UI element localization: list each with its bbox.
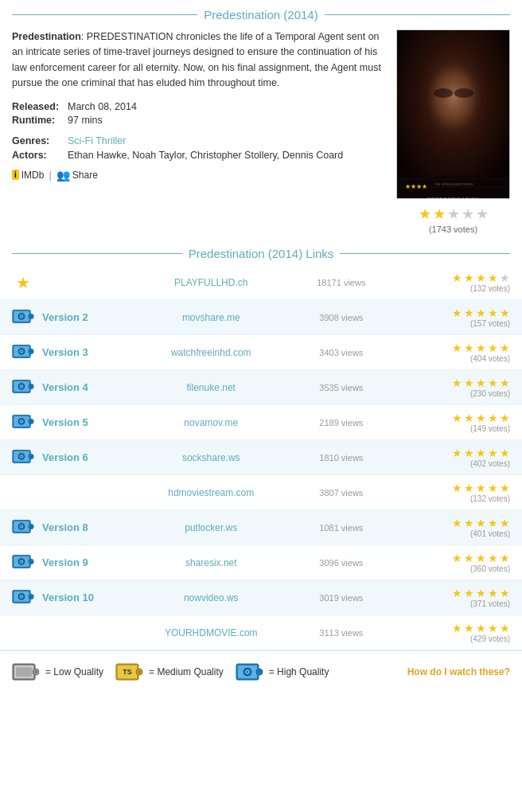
link-star-2[interactable]: ★ <box>464 377 474 389</box>
link-star-3[interactable]: ★ <box>476 517 486 529</box>
link-stars-row[interactable]: ★★★★★ <box>452 622 510 634</box>
link-star-1[interactable]: ★ <box>452 306 462 319</box>
link-star-2[interactable]: ★ <box>464 412 474 424</box>
rating-stars-row[interactable]: ★ ★ ★ ★ ★ <box>419 205 489 223</box>
link-star-5[interactable]: ★ <box>500 552 510 564</box>
link-star-1[interactable]: ★ <box>452 342 462 354</box>
link-stars-row[interactable]: ★★★★★ <box>452 587 510 599</box>
imdb-badge[interactable]: i IMDb <box>12 170 44 181</box>
version-link[interactable]: Version 3 <box>12 343 119 362</box>
link-stars-row[interactable]: ★★★★★ <box>452 412 510 424</box>
link-star-2[interactable]: ★ <box>464 517 474 529</box>
link-star-3[interactable]: ★ <box>476 412 486 424</box>
link-star-2[interactable]: ★ <box>464 587 474 599</box>
link-stars-row[interactable]: ★★★★★ <box>452 271 510 284</box>
link-star-3[interactable]: ★ <box>476 622 486 634</box>
link-star-5[interactable]: ★ <box>500 517 510 529</box>
link-anchor[interactable]: movshare.me <box>182 312 240 323</box>
version-link[interactable]: Version 6 <box>12 448 119 467</box>
link-rating[interactable]: ★★★★★(429 votes) <box>388 615 522 650</box>
link-star-1[interactable]: ★ <box>452 482 462 494</box>
genre-scifi-link[interactable]: Sci-Fi <box>68 135 93 146</box>
link-star-5[interactable]: ★ <box>500 306 510 319</box>
link-stars-row[interactable]: ★★★★★ <box>452 552 510 564</box>
link-star-5[interactable]: ★ <box>500 412 510 424</box>
version-link[interactable]: Version 2 <box>12 308 119 327</box>
link-star-1[interactable]: ★ <box>452 412 462 424</box>
link-star-5[interactable]: ★ <box>500 622 510 634</box>
link-anchor[interactable]: sockshare.ws <box>182 452 240 463</box>
link-star-1[interactable]: ★ <box>452 587 462 599</box>
link-star-3[interactable]: ★ <box>476 306 486 319</box>
link-star-2[interactable]: ★ <box>464 271 474 284</box>
link-star-1[interactable]: ★ <box>452 377 462 389</box>
link-star-4[interactable]: ★ <box>488 587 498 599</box>
link-rating[interactable]: ★★★★★(132 votes) <box>388 265 522 300</box>
version-link[interactable]: Version 9 <box>12 553 119 572</box>
link-star-3[interactable]: ★ <box>476 271 486 284</box>
version-link[interactable]: Version 8 <box>12 518 119 537</box>
link-anchor[interactable]: YOURHDMOVIE.com <box>165 627 258 638</box>
link-star-5[interactable]: ★ <box>500 377 510 389</box>
link-star-4[interactable]: ★ <box>488 517 498 529</box>
version-link[interactable]: Version 10 <box>12 588 119 607</box>
link-rating[interactable]: ★★★★★(371 votes) <box>388 580 522 615</box>
link-star-3[interactable]: ★ <box>476 482 486 494</box>
user-rating[interactable]: ★ ★ ★ ★ ★ (1743 votes) <box>419 205 489 234</box>
link-stars-row[interactable]: ★★★★★ <box>452 377 510 389</box>
link-star-5[interactable]: ★ <box>500 482 510 494</box>
link-rating[interactable]: ★★★★★(132 votes) <box>388 475 522 510</box>
link-star-4[interactable]: ★ <box>488 271 498 284</box>
link-star-3[interactable]: ★ <box>476 447 486 459</box>
link-rating[interactable]: ★★★★★(149 votes) <box>388 405 522 440</box>
version-link[interactable]: Version 4 <box>12 378 119 397</box>
link-anchor[interactable]: putlocker.ws <box>185 522 237 533</box>
link-url[interactable]: PLAYFULLHD.ch <box>127 265 294 300</box>
link-url[interactable]: YOURHDMOVIE.com <box>127 615 294 650</box>
link-url[interactable]: filenuke.net <box>127 370 294 405</box>
link-rating[interactable]: ★★★★★(402 votes) <box>388 440 522 475</box>
link-url[interactable]: sockshare.ws <box>127 440 294 475</box>
link-rating[interactable]: ★★★★★(404 votes) <box>388 335 522 370</box>
star-3[interactable]: ★ <box>447 205 460 223</box>
link-anchor[interactable]: hdmoviestream.com <box>168 487 254 498</box>
link-rating[interactable]: ★★★★★(157 votes) <box>388 300 522 335</box>
link-star-4[interactable]: ★ <box>488 412 498 424</box>
star-5[interactable]: ★ <box>476 205 489 223</box>
genre-thriller-link[interactable]: Thriller <box>95 135 126 146</box>
link-url[interactable]: hdmoviestream.com <box>127 475 294 510</box>
version-link[interactable]: Version 5 <box>12 413 119 432</box>
link-star-2[interactable]: ★ <box>464 552 474 564</box>
link-rating[interactable]: ★★★★★(401 votes) <box>388 510 522 545</box>
link-star-3[interactable]: ★ <box>476 342 486 354</box>
link-star-1[interactable]: ★ <box>452 622 462 634</box>
link-anchor[interactable]: novamov.me <box>184 417 238 428</box>
link-star-1[interactable]: ★ <box>452 517 462 529</box>
link-star-5[interactable]: ★ <box>500 447 510 459</box>
link-star-2[interactable]: ★ <box>464 482 474 494</box>
star-1[interactable]: ★ <box>419 205 431 223</box>
link-star-2[interactable]: ★ <box>464 342 474 354</box>
link-stars-row[interactable]: ★★★★★ <box>452 517 510 529</box>
link-star-4[interactable]: ★ <box>488 552 498 564</box>
link-url[interactable]: novamov.me <box>127 405 294 440</box>
link-anchor[interactable]: watchfreeinhd.com <box>171 347 251 358</box>
link-stars-row[interactable]: ★★★★★ <box>452 447 510 459</box>
link-star-2[interactable]: ★ <box>464 447 474 459</box>
link-star-3[interactable]: ★ <box>476 587 486 599</box>
link-star-3[interactable]: ★ <box>476 377 486 389</box>
link-url[interactable]: nowvideo.ws <box>127 580 294 615</box>
link-star-4[interactable]: ★ <box>488 377 498 389</box>
share-button[interactable]: 👥 Share <box>56 169 98 182</box>
link-url[interactable]: sharesix.net <box>127 545 294 580</box>
link-star-empty-5[interactable]: ★ <box>500 271 510 284</box>
link-star-5[interactable]: ★ <box>500 342 510 354</box>
link-anchor[interactable]: PLAYFULLHD.ch <box>174 277 247 288</box>
link-rating[interactable]: ★★★★★(360 votes) <box>388 545 522 580</box>
link-stars-row[interactable]: ★★★★★ <box>452 482 510 494</box>
link-star-3[interactable]: ★ <box>476 552 486 564</box>
link-star-4[interactable]: ★ <box>488 342 498 354</box>
link-star-1[interactable]: ★ <box>452 447 462 459</box>
link-stars-row[interactable]: ★★★★★ <box>452 306 510 319</box>
how-to-watch-link[interactable]: How do I watch these? <box>407 666 510 677</box>
